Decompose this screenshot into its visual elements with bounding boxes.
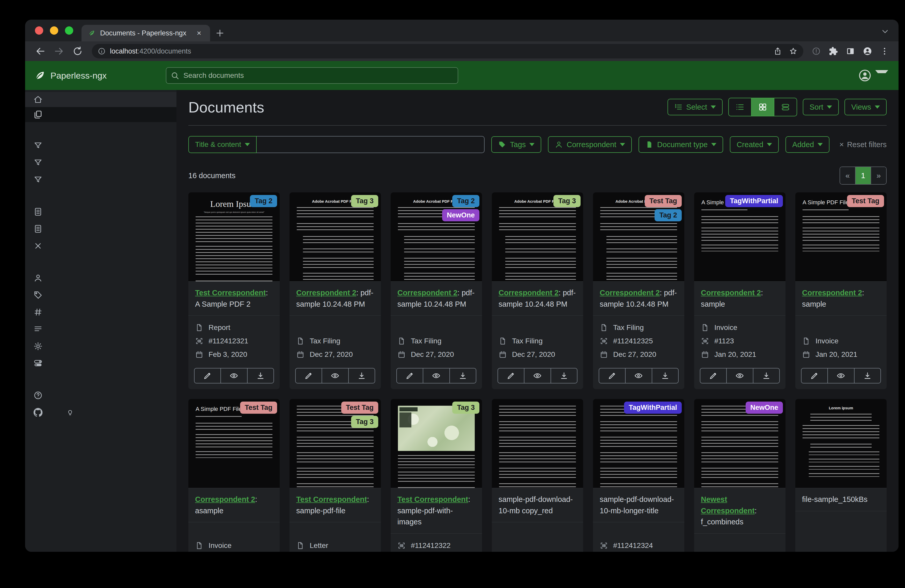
search-input[interactable]: [166, 67, 458, 84]
correspondent-link[interactable]: Correspondent 2: [296, 288, 356, 297]
doctype-filter-button[interactable]: Document type: [638, 136, 723, 153]
correspondent-link[interactable]: Correspondent 2: [195, 495, 255, 504]
correspondent-link[interactable]: Correspondent 2: [701, 288, 761, 297]
document-thumbnail[interactable]: Tag 3Adobe Acrobat PDF Files: [492, 192, 583, 282]
download-button[interactable]: [348, 368, 375, 383]
reload-button[interactable]: [70, 46, 86, 57]
tag-badge[interactable]: NewOne: [746, 402, 783, 414]
sidebar-item-tags[interactable]: [25, 287, 176, 304]
sidebar-item-close-all[interactable]: [25, 238, 176, 254]
tag-badge[interactable]: Tag 3: [452, 402, 479, 414]
sidebar-item-dashboard[interactable]: [25, 92, 176, 107]
document-title[interactable]: Correspondent 2: pdf-sample 10.24.48 PM: [391, 282, 482, 316]
doc-type-row[interactable]: Tax Filing: [499, 337, 576, 345]
document-thumbnail[interactable]: Test TagTag 3: [289, 399, 381, 488]
document-thumbnail[interactable]: Test TagTag 2Adobe Acrobat PDF Files: [593, 192, 684, 282]
doc-type-row[interactable]: Invoice: [195, 542, 273, 550]
document-title[interactable]: Correspondent 2: pdf-sample 10.24.48 PM: [289, 282, 381, 316]
doc-type-row[interactable]: Invoice: [802, 337, 880, 345]
document-title[interactable]: sample-pdf-download-10-mb-longer-title: [593, 488, 684, 522]
filter-query-input[interactable]: [257, 136, 484, 153]
site-info-icon[interactable]: [98, 47, 106, 55]
tag-badge[interactable]: Test Tag: [240, 402, 277, 414]
document-thumbnail[interactable]: Tag 2NewOneAdobe Acrobat PDF Files: [391, 192, 482, 282]
document-title[interactable]: Test Correspondent: A Sample PDF 2: [188, 282, 280, 316]
sidebar-item-test-view-any[interactable]: [25, 154, 176, 171]
address-bar[interactable]: localhost:4200/documents: [92, 44, 803, 59]
share-icon[interactable]: [773, 47, 782, 55]
edit-button[interactable]: [195, 368, 221, 383]
zoom-window-button[interactable]: [65, 26, 73, 35]
document-title[interactable]: Test Correspondent: sample-pdf-file: [289, 488, 381, 522]
bookmark-star-icon[interactable]: [789, 47, 798, 55]
view-button[interactable]: [726, 368, 753, 383]
extensions-puzzle-icon[interactable]: [829, 46, 838, 56]
tag-badge[interactable]: TagWithPartial: [725, 195, 783, 207]
sidebar-item-admin[interactable]: [25, 355, 176, 372]
document-title[interactable]: Correspondent 2: sample: [795, 282, 887, 316]
tag-badge[interactable]: Tag 3: [553, 195, 581, 207]
back-button[interactable]: [32, 46, 48, 57]
view-button[interactable]: [827, 368, 854, 383]
user-menu[interactable]: [858, 69, 888, 82]
view-button[interactable]: [625, 368, 651, 383]
download-button[interactable]: [449, 368, 476, 383]
tag-badge[interactable]: TagWithPartial: [624, 402, 682, 414]
prev-page-button[interactable]: «: [840, 167, 855, 184]
doc-type-row[interactable]: Tax Filing: [600, 323, 678, 332]
reset-filters-button[interactable]: × Reset filters: [839, 140, 887, 149]
sidebar-item-github[interactable]: [25, 404, 176, 421]
current-page-button[interactable]: 1: [855, 167, 871, 184]
correspondent-link[interactable]: Correspondent 2: [802, 288, 862, 297]
tag-badge[interactable]: Tag 2: [250, 195, 277, 207]
tag-badge[interactable]: NewOne: [442, 209, 479, 221]
document-thumbnail[interactable]: TagWithPartial: [593, 399, 684, 488]
sidebar-item-sample[interactable]: [25, 203, 176, 220]
doc-type-row[interactable]: Tax Filing: [397, 337, 475, 345]
document-title[interactable]: Newest Correspondent: f_combineds: [694, 488, 786, 534]
sidebar-item-test-view-and[interactable]: [25, 137, 176, 154]
correspondent-link[interactable]: Newest Correspondent: [701, 495, 755, 515]
document-thumbnail[interactable]: [492, 399, 583, 488]
doc-type-row[interactable]: Invoice: [701, 323, 779, 332]
minimize-window-button[interactable]: [50, 26, 58, 35]
download-button[interactable]: [551, 368, 577, 383]
sort-button[interactable]: Sort: [803, 99, 839, 115]
edit-button[interactable]: [599, 368, 625, 383]
document-thumbnail[interactable]: Test TagA Simple PDF File: [188, 399, 280, 488]
edit-button[interactable]: [802, 368, 827, 383]
profile-avatar-icon[interactable]: [863, 46, 872, 56]
correspondent-link[interactable]: Test Correspondent: [397, 495, 468, 504]
view-button[interactable]: [524, 368, 550, 383]
select-button[interactable]: Select: [667, 99, 722, 115]
document-thumbnail[interactable]: Tag 3: [391, 399, 482, 488]
document-title[interactable]: Correspondent 2: asample: [188, 488, 280, 522]
sidebar-item-logs[interactable]: [25, 321, 176, 338]
sidebar-item-pdf-sample-10-24-48-pm[interactable]: [25, 220, 176, 238]
app-brand[interactable]: Paperless-ngx: [34, 70, 156, 81]
tab-close-icon[interactable]: ×: [195, 29, 203, 38]
tag-badge[interactable]: Test Tag: [847, 195, 884, 207]
created-filter-button[interactable]: Created: [730, 136, 779, 153]
new-tab-button[interactable]: [215, 28, 225, 38]
document-title[interactable]: Test Correspondent: sample-pdf-with-imag…: [391, 488, 482, 534]
sidebar-item-correspondents[interactable]: [25, 269, 176, 287]
correspondent-link[interactable]: Correspondent 2: [600, 288, 660, 297]
grid-view-button[interactable]: [751, 98, 774, 116]
document-title[interactable]: Correspondent 2: pdf-sample 10.24.48 PM: [593, 282, 684, 316]
added-filter-button[interactable]: Added: [786, 136, 829, 153]
tag-badge[interactable]: Tag 3: [351, 195, 378, 207]
document-thumbnail[interactable]: Tag 3Adobe Acrobat PDF Files: [289, 192, 381, 282]
tags-filter-button[interactable]: Tags: [491, 136, 541, 153]
side-panel-icon[interactable]: [846, 46, 855, 56]
tab-search-chevron-icon[interactable]: [880, 27, 890, 36]
menu-kebab-icon[interactable]: [880, 46, 889, 56]
download-button[interactable]: [753, 368, 779, 383]
edit-button[interactable]: [296, 368, 322, 383]
document-title[interactable]: sample-pdf-download-10-mb copy_red: [492, 488, 583, 522]
edit-button[interactable]: [700, 368, 726, 383]
list-view-button[interactable]: [729, 98, 751, 116]
document-thumbnail[interactable]: Tag 2Lorem Ipsum“Neque porro quisquam es…: [188, 192, 280, 282]
correspondent-link[interactable]: Test Correspondent: [296, 495, 367, 504]
edit-button[interactable]: [397, 368, 423, 383]
